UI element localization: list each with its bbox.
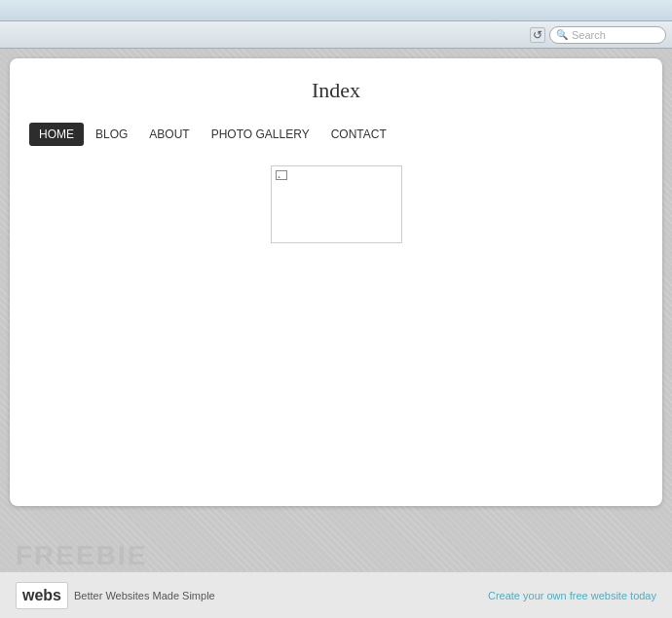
nav-item-blog[interactable]: BLOG bbox=[86, 123, 137, 146]
nav-item-photo-gallery[interactable]: PHOTO GALLERY bbox=[202, 123, 319, 146]
page-title: Index bbox=[29, 78, 643, 103]
nav-item-about[interactable]: ABOUT bbox=[139, 123, 199, 146]
image-placeholder-icon bbox=[276, 170, 287, 180]
nav-item-home[interactable]: HOME bbox=[29, 123, 84, 146]
search-box[interactable]: 🔍 Search bbox=[549, 26, 666, 44]
webs-watermark: FREEBIE bbox=[16, 540, 147, 571]
create-website-link[interactable]: Create your own free website today bbox=[488, 590, 656, 601]
image-placeholder bbox=[271, 165, 402, 243]
refresh-button[interactable]: ↺ bbox=[530, 27, 545, 43]
browser-chrome bbox=[0, 0, 672, 21]
browser-toolbar: ↺ 🔍 Search bbox=[0, 21, 672, 49]
webs-logo-box: webs bbox=[16, 582, 68, 609]
nav-bar: HOME BLOG ABOUT PHOTO GALLERY CONTACT bbox=[29, 123, 643, 146]
footer-bar: webs Better Websites Made Simple FREEBIE… bbox=[0, 571, 672, 618]
search-placeholder: Search bbox=[572, 29, 606, 41]
webs-logo: webs Better Websites Made Simple bbox=[16, 582, 215, 609]
webs-tagline: Better Websites Made Simple bbox=[74, 590, 215, 601]
image-placeholder-wrapper bbox=[29, 165, 643, 243]
page-container: Index HOME BLOG ABOUT PHOTO GALLERY CONT… bbox=[10, 58, 662, 506]
search-icon: 🔍 bbox=[556, 29, 568, 40]
nav-item-contact[interactable]: CONTACT bbox=[321, 123, 396, 146]
